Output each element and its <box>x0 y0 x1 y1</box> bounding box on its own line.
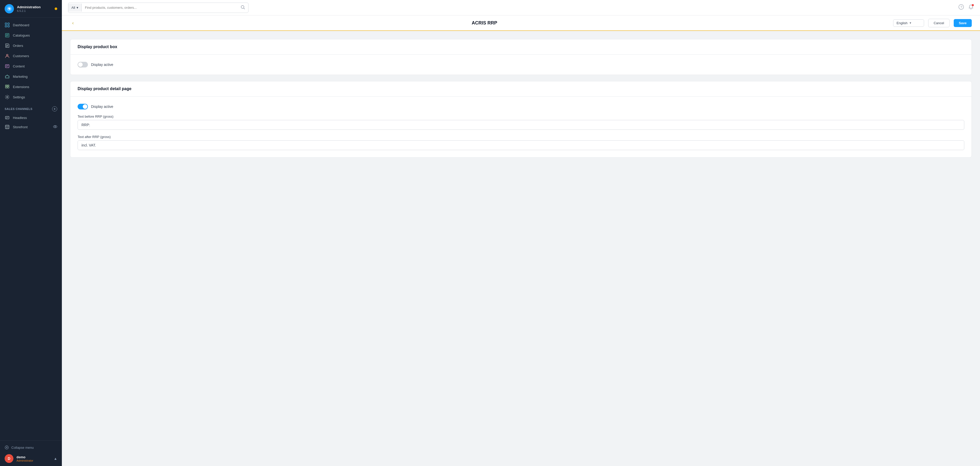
svg-point-20 <box>7 97 8 98</box>
svg-rect-13 <box>5 65 9 68</box>
add-sales-channel-btn[interactable]: + <box>52 106 57 111</box>
user-row: D demo Administrator ▲ <box>5 451 57 463</box>
customers-icon <box>5 53 10 59</box>
product-detail-card-body: Display active Text before RRP (gross) T… <box>70 97 972 157</box>
status-dot <box>55 8 57 10</box>
search-filter-label: All <box>72 6 75 10</box>
back-btn[interactable]: ‹ <box>70 19 76 27</box>
sidebar-item-headless[interactable]: Headless <box>0 113 62 122</box>
product-box-toggle[interactable] <box>78 62 88 67</box>
sales-channels-section: Sales Channels + <box>0 102 62 113</box>
sidebar-nav: Dashboard Catalogues Orders Customers Co… <box>0 18 62 441</box>
sidebar-item-marketing[interactable]: Marketing <box>0 71 62 82</box>
product-detail-card-header: Display product detail page <box>70 81 972 97</box>
field-after-rrp-label: Text after RRP (gross) <box>78 135 964 139</box>
search-input[interactable] <box>82 3 237 11</box>
storefront-icon <box>5 124 10 130</box>
sidebar-item-storefront[interactable]: Storefront <box>0 122 62 132</box>
notification-indicator <box>972 4 974 6</box>
field-before-rrp-input[interactable] <box>78 120 964 130</box>
filter-chevron-icon: ▾ <box>76 6 78 10</box>
sidebar-item-customers[interactable]: Customers <box>0 51 62 61</box>
save-btn[interactable]: Save <box>954 19 972 27</box>
extensions-icon <box>5 84 10 89</box>
product-box-toggle-row: Display active <box>78 62 964 67</box>
app-logo <box>5 4 14 13</box>
product-box-display-active-label: Display active <box>91 63 113 67</box>
search-filter-btn[interactable]: All ▾ <box>68 3 82 11</box>
sidebar-item-extensions-label: Extensions <box>13 85 29 89</box>
sidebar-item-dashboard[interactable]: Dashboard <box>0 20 62 30</box>
sidebar-item-extensions[interactable]: Extensions <box>0 82 62 92</box>
collapse-menu-btn[interactable]: Collapse menu <box>5 444 57 451</box>
toggle-knob <box>83 104 88 109</box>
user-info: demo Administrator <box>16 455 33 462</box>
content-icon <box>5 63 10 69</box>
dashboard-icon <box>5 22 10 27</box>
help-btn[interactable]: ? <box>958 4 964 11</box>
catalogues-icon <box>5 33 10 38</box>
sidebar-item-orders[interactable]: Orders <box>0 40 62 51</box>
content-header: ‹ ACRIS RRP English ▾ Cancel Save <box>62 16 980 31</box>
avatar: D <box>5 454 13 463</box>
product-detail-toggle-row: Display active <box>78 104 964 109</box>
field-before-rrp: Text before RRP (gross) <box>78 114 964 130</box>
page-title: ACRIS RRP <box>80 21 889 26</box>
sidebar-item-settings[interactable]: Settings <box>0 92 62 102</box>
svg-rect-24 <box>5 126 9 129</box>
notifications-btn[interactable] <box>968 4 974 11</box>
orders-icon <box>5 43 10 48</box>
language-select[interactable]: English ▾ <box>893 19 924 27</box>
product-box-card: Display product box Display active <box>70 39 972 75</box>
product-detail-display-active-label: Display active <box>91 105 113 109</box>
sidebar-footer: Collapse menu D demo Administrator ▲ <box>0 441 62 466</box>
sidebar: Administration 6.5.2.1 Dashboard Catalog… <box>0 0 62 466</box>
svg-line-30 <box>243 8 245 9</box>
app-name: Administration <box>17 5 41 10</box>
sidebar-header: Administration 6.5.2.1 <box>0 0 62 18</box>
field-before-rrp-label: Text before RRP (gross) <box>78 114 964 119</box>
product-detail-toggle[interactable] <box>78 104 88 109</box>
user-chevron-icon[interactable]: ▲ <box>54 456 57 461</box>
svg-rect-19 <box>8 85 9 86</box>
svg-rect-4 <box>8 25 9 27</box>
field-after-rrp-input[interactable] <box>78 140 964 150</box>
headless-icon <box>5 115 10 120</box>
svg-rect-18 <box>5 85 7 86</box>
product-box-card-body: Display active <box>70 55 972 74</box>
svg-rect-25 <box>6 127 8 129</box>
svg-rect-1 <box>5 23 7 24</box>
svg-rect-3 <box>5 25 7 27</box>
cancel-btn[interactable]: Cancel <box>928 19 949 27</box>
headless-label: Headless <box>13 116 27 120</box>
svg-rect-21 <box>5 116 9 119</box>
topbar: All ▾ ? <box>62 0 980 16</box>
svg-point-27 <box>55 126 56 127</box>
storefront-label: Storefront <box>13 125 27 129</box>
user-name: demo <box>16 455 33 459</box>
settings-icon <box>5 95 10 100</box>
sidebar-item-dashboard-label: Dashboard <box>13 23 29 27</box>
topbar-icons: ? <box>958 4 974 11</box>
content-scroll: Display product box Display active Displ… <box>62 31 980 466</box>
svg-text:?: ? <box>961 5 962 9</box>
search-submit-btn[interactable] <box>237 3 248 13</box>
sidebar-item-settings-label: Settings <box>13 95 25 99</box>
sidebar-item-content-label: Content <box>13 64 25 68</box>
svg-point-0 <box>9 8 10 9</box>
svg-rect-16 <box>5 87 7 88</box>
svg-point-12 <box>6 54 8 56</box>
product-box-card-header: Display product box <box>70 40 972 55</box>
search-container: All ▾ <box>68 3 248 13</box>
sidebar-item-content[interactable]: Content <box>0 61 62 71</box>
field-after-rrp: Text after RRP (gross) <box>78 135 964 150</box>
sidebar-item-marketing-label: Marketing <box>13 74 27 79</box>
main-area: All ▾ ? ‹ ACRIS RRP English ▾ Cancel S <box>62 0 980 466</box>
app-info: Administration 6.5.2.1 <box>17 5 41 13</box>
language-chevron-icon: ▾ <box>910 21 911 25</box>
marketing-icon <box>5 74 10 79</box>
sidebar-item-orders-label: Orders <box>13 44 23 48</box>
sidebar-item-catalogues[interactable]: Catalogues <box>0 30 62 40</box>
storefront-visibility-btn[interactable] <box>53 125 57 130</box>
svg-rect-17 <box>8 87 9 88</box>
